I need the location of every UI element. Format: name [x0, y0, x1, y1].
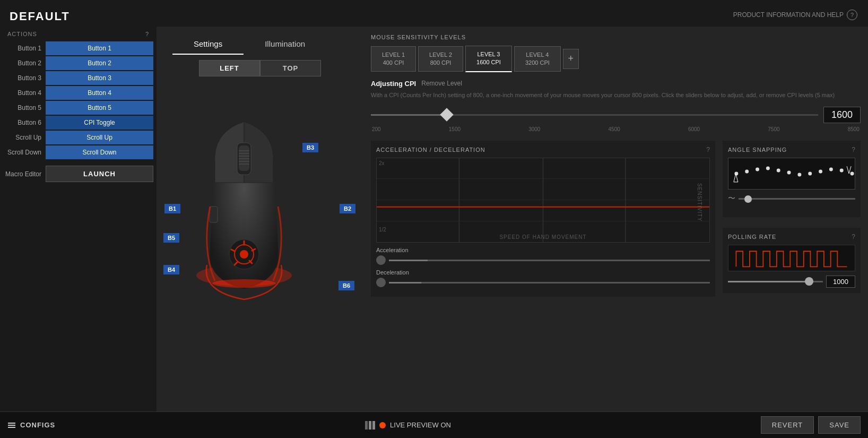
bottom-bar: CONFIGS LIVE PREVIEW ON REVERT SAVE: [0, 411, 868, 438]
scroll-up-action[interactable]: Scroll Up: [46, 131, 153, 144]
angle-chart: [728, 158, 855, 189]
svg-point-29: [766, 167, 770, 170]
polling-track-container[interactable]: [728, 281, 823, 282]
button-row-scroll-down: Scroll Down Scroll Down: [0, 145, 157, 159]
cpi-level-2-value: 800 CPI: [429, 59, 452, 67]
cpi-scale-4500: 4500: [609, 126, 620, 132]
button-row-1: Button 1 Button 1: [0, 41, 157, 55]
svg-point-31: [787, 171, 791, 175]
polling-rate-help-icon[interactable]: ?: [852, 233, 855, 241]
configs-icon: [7, 421, 16, 430]
deceleration-thumb: [376, 278, 386, 287]
button-2-label: Button 2: [3, 59, 46, 67]
cpi-add-button[interactable]: +: [563, 49, 579, 69]
svg-point-32: [797, 173, 801, 177]
svg-point-18: [212, 279, 276, 288]
button-2-action[interactable]: Button 2: [46, 56, 153, 70]
chart-y-label: 2x: [379, 160, 385, 166]
cpi-scale-6000: 6000: [688, 126, 700, 132]
svg-point-34: [819, 170, 822, 174]
cpi-level-1-label: LEVEL 1: [382, 51, 405, 59]
scroll-up-label: Scroll Up: [3, 134, 46, 141]
b2-button-label[interactable]: B2: [340, 204, 355, 213]
angle-snapping-thumb[interactable]: [744, 195, 752, 203]
acceleration-track[interactable]: [389, 260, 710, 261]
live-preview-label: LIVE PREVIEW ON: [390, 421, 451, 429]
angle-snapping-track[interactable]: [739, 198, 855, 200]
live-bar-1: [365, 421, 368, 430]
save-button[interactable]: SAVE: [818, 416, 861, 434]
remove-level-link[interactable]: Remove Level: [421, 80, 462, 87]
button-6-action[interactable]: CPI Toggle: [46, 116, 153, 130]
tab-settings[interactable]: Settings: [172, 34, 244, 55]
b4-button-label[interactable]: B4: [163, 265, 179, 274]
b5-button-label[interactable]: B5: [163, 233, 179, 243]
svg-rect-40: [8, 427, 15, 428]
cpi-level-2[interactable]: LEVEL 2 800 CPI: [418, 46, 463, 72]
acceleration-panel: ACCELERATION / DECELERATION ?: [371, 141, 715, 297]
actions-help-icon[interactable]: ?: [145, 31, 149, 37]
button-row-scroll-up: Scroll Up Scroll Up: [0, 131, 157, 144]
cpi-level-3-label: LEVEL 3: [476, 50, 501, 58]
button-row-2: Button 2 Button 2: [0, 56, 157, 70]
polling-visual: [728, 245, 855, 271]
view-left-button[interactable]: LEFT: [199, 60, 260, 76]
help-icon[interactable]: ?: [847, 10, 857, 20]
deceleration-slider-label: Deceleration: [376, 269, 710, 276]
angle-snapping-title: ANGLE SNAPPING: [728, 147, 787, 153]
acceleration-help-icon[interactable]: ?: [706, 146, 710, 153]
b3-button-label[interactable]: B3: [302, 143, 318, 152]
b1-button-label[interactable]: B1: [164, 204, 180, 213]
cpi-scale-200: 200: [372, 126, 381, 132]
configs-button[interactable]: CONFIGS: [7, 421, 55, 430]
polling-chart: [733, 247, 850, 269]
cpi-scale-7500: 7500: [768, 126, 779, 132]
cpi-level-3-value: 1600 CPI: [476, 58, 501, 66]
polling-thumb[interactable]: [805, 277, 813, 286]
button-1-action[interactable]: Button 1: [46, 41, 153, 55]
cpi-level-1[interactable]: LEVEL 1 400 CPI: [371, 46, 416, 72]
button-row-6: Button 6 CPI Toggle: [0, 116, 157, 130]
svg-point-37: [850, 172, 854, 176]
svg-point-35: [829, 168, 833, 171]
angle-snapping-help-icon[interactable]: ?: [852, 146, 855, 153]
polling-fill: [728, 281, 813, 282]
tab-illumination[interactable]: Illumination: [244, 34, 326, 55]
svg-rect-38: [8, 423, 15, 424]
b6-button-label[interactable]: B6: [338, 281, 354, 290]
right-panel: MOUSE SENSITIVITY LEVELS LEVEL 1 400 CPI…: [363, 27, 868, 411]
svg-point-30: [777, 169, 780, 173]
sensitivity-section-title: MOUSE SENSITIVITY LEVELS: [371, 34, 861, 40]
cpi-level-4-label: LEVEL 4: [525, 51, 550, 59]
product-info[interactable]: PRODUCT INFORMATION AND HELP ?: [733, 10, 857, 20]
button-5-action[interactable]: Button 5: [46, 101, 153, 115]
polling-rate-panel: POLLING RATE ? 1000: [723, 228, 861, 293]
svg-rect-9: [210, 207, 218, 222]
cpi-slider-track[interactable]: [371, 114, 818, 116]
deceleration-track[interactable]: [389, 282, 710, 284]
center-panel: Settings Illumination LEFT TOP: [157, 27, 363, 411]
button-4-action[interactable]: Button 4: [46, 86, 153, 100]
scroll-down-label: Scroll Down: [3, 149, 46, 156]
scroll-down-action[interactable]: Scroll Down: [46, 145, 153, 159]
acceleration-title: ACCELERATION / DECELERATION: [376, 147, 485, 153]
cpi-level-4[interactable]: LEVEL 4 3200 CPI: [514, 46, 561, 72]
cpi-level-3[interactable]: LEVEL 3 1600 CPI: [465, 46, 512, 72]
actions-header-label: ACTIONS: [7, 31, 37, 37]
macro-editor-label: Macro Editor: [3, 170, 46, 178]
cpi-scale-1500: 1500: [449, 126, 461, 132]
button-row-5: Button 5 Button 5: [0, 101, 157, 115]
polling-rate-title: POLLING RATE: [728, 234, 776, 240]
live-dot: [379, 422, 386, 428]
cpi-level-1-value: 400 CPI: [382, 59, 405, 67]
svg-rect-39: [8, 425, 15, 426]
svg-point-33: [808, 172, 812, 176]
wave-icon: 〜: [728, 194, 735, 203]
launch-button[interactable]: LAUNCH: [46, 166, 153, 182]
svg-rect-2: [239, 145, 249, 171]
revert-button[interactable]: REVERT: [761, 416, 814, 434]
button-row-3: Button 3 Button 3: [0, 71, 157, 85]
button-3-action[interactable]: Button 3: [46, 71, 153, 85]
adjusting-cpi-label: Adjusting CPI: [371, 80, 416, 88]
view-top-button[interactable]: TOP: [260, 60, 321, 76]
